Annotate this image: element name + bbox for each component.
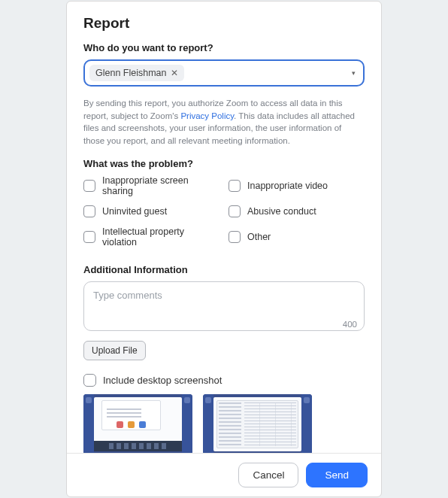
screenshot-thumbnail[interactable]	[83, 394, 192, 453]
remove-chip-icon[interactable]: ✕	[171, 68, 178, 77]
screenshot-thumbnail[interactable]	[203, 394, 312, 453]
option-label: Abusive conduct	[247, 206, 316, 217]
include-screenshot-option[interactable]: Include desktop screenshot	[83, 374, 365, 387]
checkbox-icon	[229, 180, 241, 192]
char-limit: 400	[343, 320, 357, 329]
option-label: Intellectual property violation	[102, 226, 219, 247]
option-label: Uninvited guest	[102, 206, 167, 217]
checkbox-icon	[229, 205, 241, 217]
option-other[interactable]: Other	[229, 226, 365, 247]
option-abusive-conduct[interactable]: Abusive conduct	[229, 205, 365, 217]
comments-input[interactable]	[83, 281, 365, 331]
problem-options: Inappropriate screen sharing Inappropria…	[83, 175, 365, 247]
chevron-down-icon[interactable]: ▾	[352, 69, 356, 77]
cancel-button[interactable]: Cancel	[238, 463, 298, 487]
option-inappropriate-screen-sharing[interactable]: Inappropriate screen sharing	[83, 175, 219, 196]
screenshot-thumbnails	[83, 394, 365, 453]
option-uninvited-guest[interactable]: Uninvited guest	[83, 205, 219, 217]
who-label: Who do you want to report?	[83, 42, 365, 53]
modal-title: Report	[83, 15, 365, 32]
send-button[interactable]: Send	[306, 463, 368, 487]
option-label: Other	[247, 232, 271, 242]
option-ip-violation[interactable]: Intellectual property violation	[83, 226, 219, 247]
checkbox-icon	[83, 231, 95, 243]
include-screenshot-label: Include desktop screenshot	[103, 375, 222, 386]
selected-user-chip[interactable]: Glenn Fleishman ✕	[89, 65, 184, 81]
option-label: Inappropriate video	[247, 181, 328, 191]
report-modal: Report Who do you want to report? Glenn …	[66, 1, 382, 497]
checkbox-icon	[83, 374, 96, 387]
option-label: Inappropriate screen sharing	[102, 175, 219, 196]
upload-file-button[interactable]: Upload File	[83, 341, 146, 360]
selected-user-name: Glenn Fleishman	[95, 68, 167, 78]
report-target-select[interactable]: Glenn Fleishman ✕ ▾	[83, 59, 365, 87]
checkbox-icon	[229, 231, 241, 243]
problem-label: What was the problem?	[83, 158, 365, 169]
comments-wrap: 400	[83, 281, 365, 333]
option-inappropriate-video[interactable]: Inappropriate video	[229, 175, 365, 196]
checkbox-icon	[83, 205, 95, 217]
modal-body: Report Who do you want to report? Glenn …	[67, 2, 381, 453]
modal-footer: Cancel Send	[67, 453, 381, 496]
checkbox-icon	[83, 180, 95, 192]
additional-label: Additional Information	[83, 264, 365, 275]
privacy-disclosure: By sending this report, you authorize Zo…	[83, 97, 365, 147]
privacy-policy-link[interactable]: Privacy Policy	[180, 111, 234, 120]
